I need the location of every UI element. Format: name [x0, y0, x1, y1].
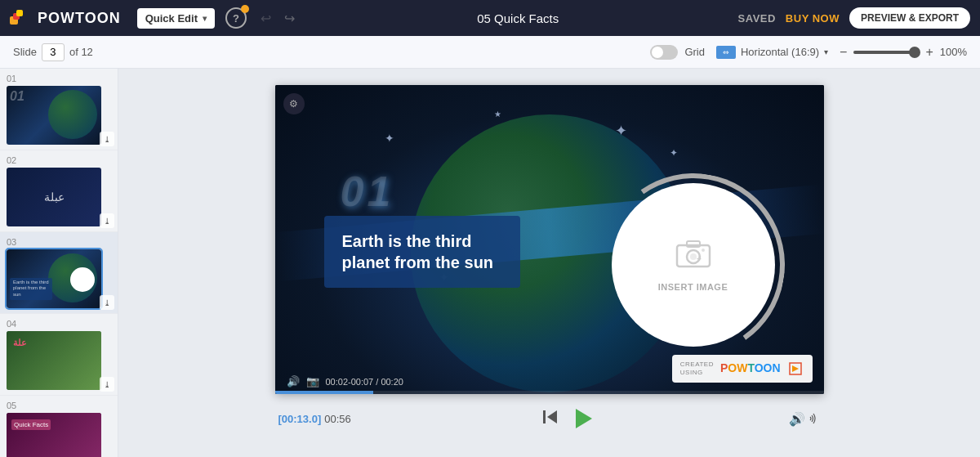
zoom-minus-button[interactable]: −	[840, 45, 847, 60]
toolbar-right: Grid ⇔ Horizontal (16:9) ▾ − + 100%	[650, 45, 967, 60]
slide-2-num: 02	[7, 155, 111, 165]
volume-icon[interactable]: 🔊	[789, 411, 805, 427]
grid-toggle-track[interactable]	[650, 45, 678, 60]
watermark: CREATEDUSING POWTOON	[672, 355, 813, 383]
slide-5-num: 05	[7, 401, 111, 410]
svg-marker-13	[576, 409, 592, 428]
slide-1-num: 01	[7, 74, 111, 83]
main-area: 01 01 ⤓ 02 عبلة ⤓	[0, 69, 980, 457]
buy-now-button[interactable]: BUY NOW	[786, 12, 840, 25]
playback-controls	[542, 404, 598, 433]
slide-1-thumb: 01	[7, 86, 101, 145]
slide-3-num: 03	[7, 237, 111, 247]
video-camera-button[interactable]: 📷	[306, 375, 319, 388]
quick-edit-label: Quick Edit	[145, 12, 198, 25]
sidebar-item-slide-1[interactable]: 01 01 ⤓	[0, 69, 118, 150]
video-timestamp: 00:02-00:07 / 00:20	[326, 377, 403, 387]
timeline-progress	[275, 391, 374, 394]
nav-arrows: ↩ ↪	[257, 9, 298, 28]
toolbar: Slide of 12 Grid ⇔ Horizontal (16:9) ▾ −…	[0, 36, 980, 69]
quick-edit-button[interactable]: Quick Edit ▾	[137, 8, 215, 29]
slide-4-num: 04	[7, 319, 111, 329]
aspect-label: Horizontal (16:9)	[741, 46, 819, 58]
saved-status: SAVED	[738, 12, 776, 25]
svg-marker-10	[792, 365, 799, 372]
canvas-area: ✦ ✦ ✦ ✦ ★ 01 Earth is the third planet f…	[118, 69, 980, 457]
slide-number-display: 01	[341, 167, 394, 216]
grid-toggle: Grid	[650, 45, 705, 60]
slide-list: 01 01 ⤓ 02 عبلة ⤓	[0, 69, 118, 457]
volume-waves-icon	[808, 413, 820, 424]
help-badge	[241, 5, 249, 13]
thumb-3-text: Earth is the thirdplanet from thesun	[10, 278, 52, 300]
zoom-thumb	[909, 47, 920, 58]
svg-rect-2	[16, 10, 23, 16]
slide-3-thumb: Earth is the thirdplanet from thesun	[7, 249, 101, 308]
preview-export-button[interactable]: PREVIEW & EXPORT	[849, 7, 970, 29]
aspect-chevron: ▾	[824, 47, 828, 56]
undo-button[interactable]: ↩	[257, 9, 274, 28]
sidebar-item-slide-3[interactable]: 03 Earth is the thirdplanet from thesun …	[0, 232, 118, 314]
slide-label: Slide	[13, 46, 37, 58]
canvas-settings-button[interactable]: ⚙	[283, 93, 305, 114]
aspect-icon: ⇔	[716, 46, 736, 59]
of-label: of 12	[69, 46, 93, 58]
zoom-slider[interactable]	[853, 51, 919, 54]
slide-info: Slide of 12	[13, 43, 93, 61]
thumb-1-num: 01	[10, 89, 24, 104]
thumb-2-text: عبلة	[44, 190, 65, 204]
sidebar-item-slide-4[interactable]: 04 علة ⤓	[0, 314, 118, 396]
grid-toggle-thumb	[652, 47, 663, 58]
slide-1-export-icon: ⤓	[100, 132, 114, 146]
help-button[interactable]: ?	[225, 7, 247, 29]
volume-button[interactable]: 🔊	[287, 375, 300, 388]
total-duration: 00:56	[324, 413, 351, 425]
svg-marker-12	[547, 410, 557, 423]
slide-canvas[interactable]: ✦ ✦ ✦ ✦ ★ 01 Earth is the third planet f…	[275, 85, 824, 394]
slide-2-export-icon: ⤓	[100, 213, 114, 228]
zoom-plus-button[interactable]: +	[925, 45, 933, 60]
volume-control: 🔊	[789, 411, 820, 427]
slide-text-box[interactable]: Earth is the third planet from the sun	[324, 216, 520, 288]
zoom-percent: 100%	[940, 46, 967, 58]
slide-3-export-icon: ⤓	[100, 295, 114, 310]
zoom-control: − + 100%	[840, 45, 967, 60]
sidebar-item-slide-5[interactable]: 05 Quick Facts ⤓	[0, 396, 118, 457]
current-time-indicator: [00:13.0]	[278, 413, 322, 425]
logo: POWTOON	[10, 10, 121, 27]
aspect-ratio-selector[interactable]: ⇔ Horizontal (16:9) ▾	[716, 46, 828, 59]
logo-icon	[10, 10, 33, 26]
logo-text: POWTOON	[38, 10, 121, 27]
play-button[interactable]	[568, 404, 598, 433]
quick-edit-chevron: ▾	[203, 14, 207, 23]
redo-button[interactable]: ↪	[281, 9, 298, 28]
slide-number-input[interactable]	[42, 43, 65, 61]
step-back-button[interactable]	[542, 410, 559, 428]
star-5: ★	[494, 110, 501, 119]
playback-bar: [00:13.0] 00:56 🔊	[275, 404, 824, 433]
topbar: POWTOON Quick Edit ▾ ? ↩ ↪ 05 Quick Fact…	[0, 0, 980, 36]
slide-4-export-icon: ⤓	[100, 377, 114, 392]
timeline-bar[interactable]	[275, 391, 824, 394]
svg-rect-11	[543, 410, 546, 423]
slide-5-thumb: Quick Facts	[7, 413, 101, 457]
slide-4-thumb: علة	[7, 331, 101, 390]
presentation-title: 05 Quick Facts	[308, 11, 728, 25]
star-3: ✦	[670, 147, 678, 159]
sidebar-item-slide-2[interactable]: 02 عبلة ⤓	[0, 150, 118, 232]
video-controls-bar: 🔊 📷 00:02-00:07 / 00:20	[287, 375, 403, 388]
time-display-area: [00:13.0] 00:56	[278, 413, 351, 425]
grid-label: Grid	[684, 46, 705, 58]
slide-main-text: Earth is the third planet from the sun	[342, 231, 502, 273]
thumb-1-earth	[48, 90, 97, 139]
sidebar: 01 01 ⤓ 02 عبلة ⤓	[0, 69, 118, 457]
watermark-text: CREATEDUSING	[680, 361, 714, 378]
star-1: ✦	[385, 132, 394, 145]
slide-2-thumb: عبلة	[7, 168, 101, 226]
thumb-3-circle	[70, 267, 95, 292]
watermark-logo: POWTOON	[720, 360, 804, 378]
